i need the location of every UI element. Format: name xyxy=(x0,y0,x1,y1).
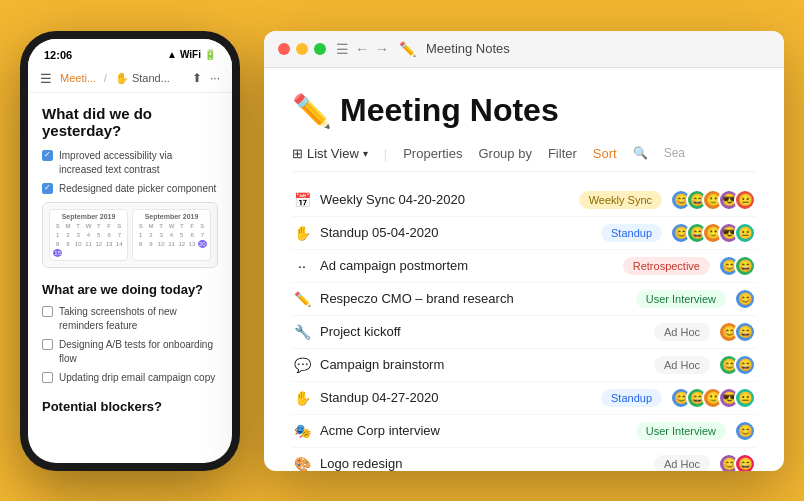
row-icon: ✋ xyxy=(292,390,312,406)
checkbox[interactable] xyxy=(42,372,53,383)
phone-section3-heading: Potential blockers? xyxy=(42,399,218,414)
avatar: 😄 xyxy=(734,453,756,471)
row-avatars: 😊😄🙂😎😐 xyxy=(670,189,756,211)
more-icon[interactable]: ··· xyxy=(210,71,220,85)
table-row[interactable]: 📅Weekly Sync 04-20-2020Weekly Sync😊😄🙂😎😐 xyxy=(292,184,756,217)
row-tag[interactable]: Ad Hoc xyxy=(654,323,710,341)
avatar: 😐 xyxy=(734,387,756,409)
table-row[interactable]: 💬Campaign brainstormAd Hoc😊😄 xyxy=(292,349,756,382)
checklist-item: Designing A/B tests for onboarding flow xyxy=(42,338,218,366)
sort-button[interactable]: Sort xyxy=(593,146,617,161)
group-by-button[interactable]: Group by xyxy=(478,146,531,161)
search-icon[interactable]: 🔍 xyxy=(633,146,648,160)
phone-status-bar: 12:06 ▲ WiFi 🔋 xyxy=(28,39,232,65)
row-tag[interactable]: User Interview xyxy=(636,422,726,440)
table-row[interactable]: 🔧Project kickoffAd Hoc😊😄 xyxy=(292,316,756,349)
close-button[interactable] xyxy=(278,43,290,55)
table-row[interactable]: ✋Standup 05-04-2020Standup😊😄🙂😎😐 xyxy=(292,217,756,250)
row-avatars: 😊 xyxy=(734,288,756,310)
notes-table: 📅Weekly Sync 04-20-2020Weekly Sync😊😄🙂😎😐✋… xyxy=(292,184,756,471)
window-content: ✏️ Meeting Notes ⊞ List View ▾ | Propert… xyxy=(264,68,784,471)
row-icon: 🔧 xyxy=(292,324,312,340)
date-picker-preview: September 2019 S M T W T F S 1 2 3 4 5 xyxy=(42,202,218,268)
avatar: 😄 xyxy=(734,255,756,277)
row-tag[interactable]: Retrospective xyxy=(623,257,710,275)
list-view-label: List View xyxy=(307,146,359,161)
row-title: Acme Corp interview xyxy=(320,423,628,438)
phone-toolbar-actions: ⬆ ··· xyxy=(192,71,220,85)
row-avatars: 😊😄 xyxy=(718,453,756,471)
window-title-pencil: ✏️ xyxy=(399,41,416,57)
window-nav: ☰ ← → xyxy=(336,41,389,57)
row-icon: ·· xyxy=(292,258,312,274)
row-icon: 🎭 xyxy=(292,423,312,439)
row-icon: 📅 xyxy=(292,192,312,208)
phone-toolbar: ☰ Meeti... / ✋ Stand... ⬆ ··· xyxy=(28,65,232,93)
checklist-text: Redesigned date picker component xyxy=(59,182,216,196)
row-title: Campaign brainstorm xyxy=(320,357,646,372)
list-view-icon: ⊞ xyxy=(292,146,303,161)
checklist-text: Updating drip email campaign copy xyxy=(59,371,215,385)
forward-icon[interactable]: → xyxy=(375,41,389,57)
minimize-button[interactable] xyxy=(296,43,308,55)
avatar: 😐 xyxy=(734,222,756,244)
phone-section1-heading: What did we do yesterday? xyxy=(42,105,218,139)
row-tag[interactable]: Ad Hoc xyxy=(654,356,710,374)
breadcrumb-sep: / xyxy=(104,73,107,84)
row-icon: ✏️ xyxy=(292,291,312,307)
row-icon: 💬 xyxy=(292,357,312,373)
table-row[interactable]: 🎭Acme Corp interviewUser Interview😊 xyxy=(292,415,756,448)
phone-breadcrumb2[interactable]: ✋ Stand... xyxy=(115,72,170,85)
table-row[interactable]: ✏️Respeczo CMO – brand researchUser Inte… xyxy=(292,283,756,316)
toolbar-sep1: | xyxy=(384,146,387,161)
checkbox[interactable] xyxy=(42,339,53,350)
list-view-button[interactable]: ⊞ List View ▾ xyxy=(292,146,368,161)
row-title: Standup 05-04-2020 xyxy=(320,225,593,240)
avatar: 😊 xyxy=(734,420,756,442)
phone: 12:06 ▲ WiFi 🔋 ☰ Meeti... / ✋ Stand... ⬆… xyxy=(20,31,240,471)
table-row[interactable]: ✋Standup 04-27-2020Standup😊😄🙂😎😐 xyxy=(292,382,756,415)
checkbox[interactable]: ✓ xyxy=(42,183,53,194)
row-icon: 🎨 xyxy=(292,456,312,471)
row-avatars: 😊😄 xyxy=(718,255,756,277)
traffic-lights xyxy=(278,43,326,55)
share-icon[interactable]: ⬆ xyxy=(192,71,202,85)
hamburger-menu-icon[interactable]: ☰ xyxy=(336,41,349,57)
avatar: 😄 xyxy=(734,321,756,343)
checklist-item: Taking screenshots of new reminders feat… xyxy=(42,305,218,333)
row-avatars: 😊 xyxy=(734,420,756,442)
phone-status-icons: ▲ WiFi 🔋 xyxy=(167,49,216,60)
avatar: 😄 xyxy=(734,354,756,376)
avatar: 😐 xyxy=(734,189,756,211)
row-tag[interactable]: User Interview xyxy=(636,290,726,308)
row-title: Standup 04-27-2020 xyxy=(320,390,593,405)
checklist-item: ✓ Redesigned date picker component xyxy=(42,182,218,196)
checkbox[interactable]: ✓ xyxy=(42,150,53,161)
checklist-text: Designing A/B tests for onboarding flow xyxy=(59,338,218,366)
calendar-mini-1: September 2019 S M T W T F S 1 2 3 4 5 xyxy=(49,209,128,261)
search-label: Sea xyxy=(664,146,685,160)
back-icon[interactable]: ← xyxy=(355,41,369,57)
table-row[interactable]: 🎨Logo redesignAd Hoc😊😄 xyxy=(292,448,756,471)
row-tag[interactable]: Ad Hoc xyxy=(654,455,710,471)
fullscreen-button[interactable] xyxy=(314,43,326,55)
row-avatars: 😊😄🙂😎😐 xyxy=(670,387,756,409)
row-tag[interactable]: Weekly Sync xyxy=(579,191,662,209)
row-icon: ✋ xyxy=(292,225,312,241)
hamburger-icon[interactable]: ☰ xyxy=(40,71,52,86)
row-title: Logo redesign xyxy=(320,456,646,471)
table-row[interactable]: ··Ad campaign postmortemRetrospective😊😄 xyxy=(292,250,756,283)
row-tag[interactable]: Standup xyxy=(601,389,662,407)
checklist-item: ✓ Improved accessibility via increased t… xyxy=(42,149,218,177)
checkbox[interactable] xyxy=(42,306,53,317)
page-title-icon: ✏️ xyxy=(292,92,332,130)
checklist-item: Updating drip email campaign copy xyxy=(42,371,218,385)
phone-section2-heading: What are we doing today? xyxy=(42,282,218,297)
row-tag[interactable]: Standup xyxy=(601,224,662,242)
phone-breadcrumb1[interactable]: Meeti... xyxy=(60,72,96,84)
window-titlebar: ☰ ← → ✏️ Meeting Notes xyxy=(264,31,784,68)
chevron-down-icon: ▾ xyxy=(363,148,368,159)
properties-button[interactable]: Properties xyxy=(403,146,462,161)
filter-button[interactable]: Filter xyxy=(548,146,577,161)
window-title: Meeting Notes xyxy=(426,41,510,56)
